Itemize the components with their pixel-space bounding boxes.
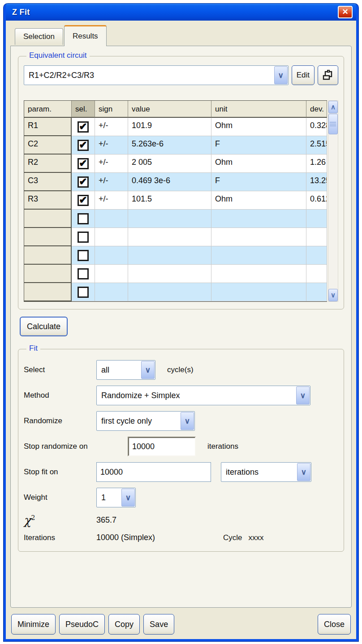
dev-cell[interactable] [306,283,327,301]
dev-cell[interactable]: 0.328 9 [306,118,327,136]
dev-cell[interactable] [306,210,327,228]
param-cell[interactable]: C3 [24,173,72,191]
param-cell[interactable]: R2 [24,155,72,173]
dev-cell[interactable]: 0.612 4 [306,191,327,210]
value-cell[interactable]: 101.9 [128,118,211,136]
unit-cell[interactable]: Ohm [211,191,306,210]
param-cell[interactable]: C2 [24,136,72,155]
unit-cell[interactable] [211,228,306,246]
unit-cell[interactable]: F [211,173,306,191]
sel-checkbox[interactable] [78,250,89,261]
dev-cell[interactable] [306,265,327,283]
table-row[interactable] [24,265,327,283]
table-row[interactable]: R1 +/- 101.9 Ohm 0.328 9 [24,118,327,136]
table-row[interactable] [24,246,327,265]
dev-cell[interactable]: 13.25e-9 [306,173,327,191]
param-cell[interactable] [24,228,72,246]
unit-cell[interactable] [211,283,306,301]
unit-cell[interactable] [211,210,306,228]
sel-checkbox[interactable] [78,232,89,243]
chevron-down-icon[interactable]: ∨ [296,386,310,404]
close-dialog-button[interactable]: Close [318,614,351,635]
sign-cell[interactable] [95,283,128,301]
param-cell[interactable]: R1 [24,118,72,136]
sel-checkbox[interactable] [78,121,89,133]
value-cell[interactable] [128,228,211,246]
method-combo[interactable]: Randomize + Simplex ∨ [96,386,310,405]
table-row[interactable] [24,228,327,246]
close-window-button[interactable]: ✕ [338,6,353,18]
scroll-down-icon[interactable]: ∨ [328,289,338,301]
sign-cell[interactable] [95,228,128,246]
chevron-down-icon[interactable]: ∨ [181,412,194,430]
chevron-down-icon[interactable]: ∨ [141,361,155,379]
value-cell[interactable] [128,265,211,283]
value-cell[interactable] [128,283,211,301]
value-cell[interactable]: 101.5 [128,191,211,210]
param-cell[interactable] [24,265,72,283]
dev-cell[interactable] [306,228,327,246]
sign-cell[interactable]: +/- [95,191,128,210]
table-row[interactable]: R3 +/- 101.5 Ohm 0.612 4 [24,191,327,210]
value-cell[interactable]: 2 005 [128,155,211,173]
unit-cell[interactable] [211,246,306,265]
sign-cell[interactable] [95,265,128,283]
sel-checkbox[interactable] [78,158,89,169]
sel-checkbox[interactable] [78,195,89,206]
weight-combo[interactable]: 1 ∨ [96,488,136,507]
table-scrollbar[interactable]: ∧ ∨ [328,100,338,302]
edit-circuit-button[interactable]: Edit [292,65,315,85]
randomize-combo[interactable]: first cycle only ∨ [96,411,195,431]
value-cell[interactable]: 5.263e-6 [128,136,211,155]
scrollbar-thumb[interactable] [328,114,338,134]
unit-cell[interactable]: Ohm [211,155,306,173]
chevron-down-icon[interactable]: ∨ [274,66,288,84]
tab-selection[interactable]: Selection [15,28,63,45]
unit-cell[interactable]: F [211,136,306,155]
dev-cell[interactable]: 1.26 [306,155,327,173]
save-button[interactable]: Save [143,614,174,635]
sign-cell[interactable]: +/- [95,118,128,136]
sel-checkbox[interactable] [78,176,89,188]
select-cycles-combo[interactable]: all ∨ [96,360,155,380]
sign-cell[interactable]: +/- [95,136,128,155]
sel-checkbox[interactable] [78,268,89,279]
pseudoc-button[interactable]: PseudoC [59,614,105,635]
stop-randomize-input[interactable] [128,437,196,456]
minimize-button[interactable]: Minimize [11,614,56,635]
table-row[interactable] [24,283,327,301]
table-row[interactable] [24,210,327,228]
chevron-down-icon[interactable]: ∨ [297,463,310,481]
table-row[interactable]: R2 +/- 2 005 Ohm 1.26 [24,155,327,173]
sel-checkbox[interactable] [78,287,89,298]
circuit-combo[interactable]: R1+C2/R2+C3/R3 ∨ [24,65,289,85]
value-cell[interactable]: 0.469 3e-6 [128,173,211,191]
unit-cell[interactable] [211,265,306,283]
sign-cell[interactable]: +/- [95,173,128,191]
param-cell[interactable] [24,283,72,301]
stop-fit-input[interactable] [96,462,211,482]
chevron-down-icon[interactable]: ∨ [121,489,135,507]
sign-cell[interactable] [95,210,128,228]
sign-cell[interactable] [95,246,128,265]
sel-checkbox[interactable] [78,140,89,151]
scrollbar-track[interactable] [328,134,338,289]
calculate-button[interactable]: Calculate [20,317,68,336]
value-cell[interactable] [128,246,211,265]
sign-cell[interactable]: +/- [95,155,128,173]
circuit-editor-button[interactable] [318,65,338,85]
param-cell[interactable]: R3 [24,191,72,210]
dev-cell[interactable] [306,246,327,265]
scroll-up-icon[interactable]: ∧ [328,101,338,113]
param-cell[interactable] [24,210,72,228]
copy-button[interactable]: Copy [108,614,140,635]
dev-cell[interactable]: 2.515e-9 [306,136,327,155]
tab-results[interactable]: Results [64,25,107,46]
sel-checkbox[interactable] [78,213,89,224]
stop-fit-unit-combo[interactable]: iterations ∨ [221,462,311,482]
title-bar[interactable]: Z Fit ✕ [6,4,356,21]
unit-cell[interactable]: Ohm [211,118,306,136]
param-cell[interactable] [24,246,72,265]
value-cell[interactable] [128,210,211,228]
table-row[interactable]: C2 +/- 5.263e-6 F 2.515e-9 [24,136,327,155]
